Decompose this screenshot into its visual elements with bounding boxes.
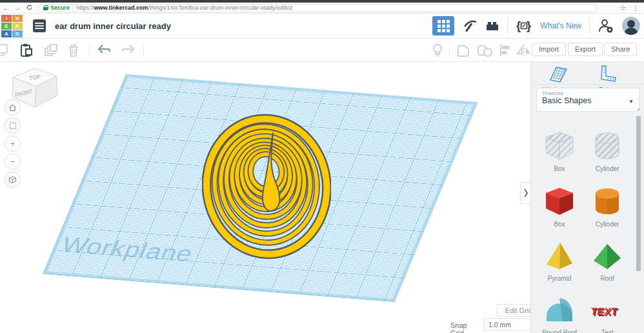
ungroup-icon xyxy=(476,43,493,57)
lightbulb-icon xyxy=(431,43,444,57)
shape-cylinder-hole[interactable]: Cylinder xyxy=(584,130,630,172)
logo-tile: D xyxy=(12,30,23,37)
codeblocks-button[interactable]: {} xyxy=(516,19,532,33)
address-bar[interactable]: Secure | https://www.tinkercad.com/thing… xyxy=(37,4,598,12)
design-properties-button[interactable] xyxy=(33,19,46,32)
workspace: Workplane xyxy=(0,62,644,333)
bookmark-star-icon[interactable]: ☆ xyxy=(619,4,626,12)
ungroup-button[interactable] xyxy=(476,43,493,60)
library-brand: Tinkercad xyxy=(542,90,634,96)
shape-library-dropdown[interactable]: Tinkercad Basic Shapes ▼ xyxy=(536,88,639,112)
group-button[interactable] xyxy=(456,43,471,60)
header-separator xyxy=(589,18,590,34)
edit-grid-button[interactable]: Edit Grid xyxy=(497,304,530,317)
export-button[interactable]: Export xyxy=(568,43,603,56)
redo-button[interactable] xyxy=(120,43,136,59)
panel-divider xyxy=(531,84,644,85)
browser-refresh-button[interactable] xyxy=(23,4,35,12)
codeblocks-icon: {} xyxy=(516,19,532,33)
refresh-icon xyxy=(26,5,32,10)
perspective-cube-icon xyxy=(8,176,17,184)
brick-button[interactable] xyxy=(485,19,499,32)
shape-pyramid[interactable]: Pyramid xyxy=(536,240,583,282)
person-add-icon xyxy=(598,18,614,34)
share-button[interactable]: Share xyxy=(604,43,637,56)
zoom-out-button[interactable]: − xyxy=(5,154,21,170)
align-button[interactable] xyxy=(498,43,511,60)
design-title[interactable]: ear drum inner circular ready xyxy=(55,21,171,31)
secure-label: Secure xyxy=(50,5,70,11)
page-url: https://www.tinkercad.com/things/1XIcTeK… xyxy=(76,5,292,11)
shape-label: Box xyxy=(536,165,583,172)
scrollbar-thumb[interactable] xyxy=(636,116,641,271)
shape-label: Cylinder xyxy=(584,165,630,172)
view-controls: + − xyxy=(5,99,21,188)
paste-button[interactable] xyxy=(19,43,34,60)
mirror-icon xyxy=(516,43,532,57)
shape-cylinder-solid[interactable]: Cylinder xyxy=(584,186,630,228)
shape-label: Pyramid xyxy=(536,275,583,282)
lego-brick-icon xyxy=(485,19,499,32)
toolbar-separator xyxy=(143,44,144,57)
minecraft-pickaxe-button[interactable] xyxy=(462,18,478,34)
pickaxe-icon xyxy=(462,18,478,34)
zoom-in-button[interactable]: + xyxy=(5,136,21,152)
shape-round-roof[interactable]: Round Roof xyxy=(536,294,583,333)
round-roof-icon xyxy=(543,294,576,325)
invite-user-button[interactable] xyxy=(598,18,614,34)
avatar-silhouette-icon xyxy=(622,17,640,35)
snap-grid-select[interactable]: 1.0 mm▴ xyxy=(484,318,530,331)
browser-menu-icon[interactable]: ⋮ xyxy=(632,5,639,12)
grid-icon xyxy=(438,20,450,32)
trash-icon xyxy=(67,43,80,57)
ear-drum-object[interactable] xyxy=(202,113,331,260)
caret-down-icon: ▼ xyxy=(629,99,634,105)
tinkercad-logo[interactable]: I N E R A D xyxy=(1,15,23,37)
fit-view-button[interactable] xyxy=(5,117,21,134)
import-button[interactable]: Import xyxy=(532,43,566,56)
paste-icon xyxy=(19,43,34,57)
undo-icon xyxy=(97,43,112,56)
user-avatar[interactable] xyxy=(622,17,640,35)
undo-button[interactable] xyxy=(97,43,112,59)
whats-new-link[interactable]: What's New xyxy=(540,21,581,30)
browser-toolbar: ← → Secure | https://www.tinkercad.com/t… xyxy=(0,3,644,14)
home-icon xyxy=(8,104,17,112)
mirror-button[interactable] xyxy=(516,43,532,60)
header-separator xyxy=(507,18,508,34)
shape-label: Round Roof xyxy=(536,329,583,333)
logo-tile: I xyxy=(1,15,12,22)
pyramid-icon xyxy=(543,240,576,271)
viewport-3d[interactable]: Workplane xyxy=(0,62,530,333)
chevron-right-icon xyxy=(523,188,528,198)
shape-label: Text xyxy=(584,329,630,333)
browser-forward-button[interactable]: → xyxy=(12,4,23,12)
redo-icon xyxy=(120,43,136,56)
logo-tile: N xyxy=(12,15,23,22)
panel-collapse-handle[interactable] xyxy=(520,182,530,204)
scroll-up-icon[interactable]: ▲ xyxy=(636,107,641,111)
copy-button[interactable] xyxy=(0,43,9,60)
red-box-icon xyxy=(543,186,576,217)
orange-cylinder-icon xyxy=(591,186,623,217)
home-view-button[interactable] xyxy=(5,99,21,116)
shape-box-solid[interactable]: Box xyxy=(536,186,583,228)
panel-scrollbar[interactable]: ▲ xyxy=(636,107,641,333)
shape-roof[interactable]: Roof xyxy=(584,240,630,282)
edit-toolbar: Import Export Share xyxy=(0,39,644,62)
perspective-toggle-button[interactable] xyxy=(5,172,21,188)
delete-button[interactable] xyxy=(67,43,80,60)
shape-text[interactable]: TEXT TEXT Text xyxy=(584,294,630,333)
show-all-button[interactable] xyxy=(431,43,444,60)
browser-back-button[interactable]: ← xyxy=(0,4,12,12)
shape-label: Box xyxy=(536,221,583,228)
dashboard-grid-button[interactable] xyxy=(432,16,454,35)
snap-grid-label: Snap Grid xyxy=(450,321,467,333)
shape-box-hole[interactable]: Box xyxy=(536,130,583,172)
duplicate-button[interactable] xyxy=(44,43,58,60)
toolbar-separator xyxy=(449,44,450,57)
duplicate-icon xyxy=(44,43,58,57)
text-shape-icon: TEXT TEXT xyxy=(591,294,623,325)
app-header: I N E R A D ear drum inner circular read… xyxy=(0,14,644,39)
fit-view-icon xyxy=(9,122,17,130)
